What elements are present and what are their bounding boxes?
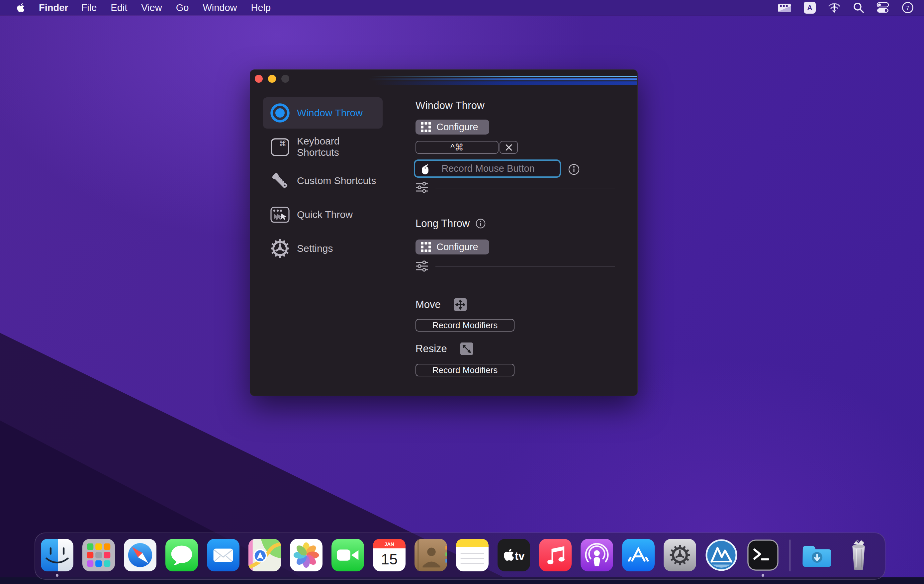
dock-icon-mail[interactable] [207, 539, 239, 571]
dock-icon-calendar[interactable]: JAN15 [373, 539, 406, 571]
dock-icon-downloads[interactable] [801, 539, 833, 571]
svg-text:7: 7 [906, 5, 909, 11]
grid-icon [421, 242, 431, 252]
menu-help[interactable]: Help [244, 2, 278, 13]
long-throw-label: Long Throw [416, 218, 470, 229]
minimize-button[interactable] [268, 75, 276, 83]
configure-label: Configure [436, 122, 478, 132]
sidebar-item-label: Quick Throw [297, 209, 353, 220]
menu-status-icons: A7 [777, 1, 924, 14]
keyboard-shortcuts-icon: ⌘ [269, 136, 290, 157]
zoom-button[interactable] [281, 75, 289, 83]
custom-shortcuts-icon [269, 170, 290, 191]
record-mouse-button-field[interactable]: Record Mouse Button [414, 160, 561, 178]
control-center-icon[interactable] [876, 2, 889, 13]
keyboard-window-icon[interactable] [777, 2, 792, 13]
info-icon-long-throw[interactable] [475, 219, 485, 229]
shortcut-row: ^⌘ [416, 141, 518, 154]
app-window: Window Throw⌘Keyboard ShortcutsCustom Sh… [250, 69, 638, 396]
shortcut-value: ^⌘ [450, 142, 464, 153]
dock-icon-maps[interactable] [248, 539, 281, 571]
spotlight-search-icon[interactable] [853, 2, 864, 13]
menu-edit[interactable]: Edit [104, 2, 134, 13]
dock-icon-appletv[interactable]: tv [498, 539, 530, 571]
apple-logo-icon [16, 3, 25, 13]
clock-icon[interactable]: 7 [901, 1, 914, 14]
dock-icon-photos[interactable] [290, 539, 322, 571]
svg-text:tv: tv [515, 550, 525, 562]
grid-icon [421, 122, 431, 132]
dock-icon-music[interactable] [539, 539, 572, 571]
mouse-icon [421, 163, 430, 175]
sliders-icon[interactable] [416, 182, 428, 194]
sidebar-item-label: Window Throw [297, 107, 363, 119]
window-throw-shortcut-field[interactable]: ^⌘ [416, 141, 498, 154]
configure-label: Configure [436, 241, 478, 252]
record-modifiers-resize-button[interactable]: Record Modifiers [416, 364, 515, 376]
dock-divider [789, 539, 790, 571]
apple-menu[interactable] [12, 3, 30, 13]
x-clear-icon [505, 144, 512, 151]
dock-icon-terminal[interactable] [747, 539, 779, 571]
resize-row: Resize [416, 342, 473, 355]
svg-text:⌘: ⌘ [279, 140, 286, 148]
dock-icon-notes[interactable] [456, 539, 488, 571]
dock-icon-safari[interactable] [124, 539, 157, 571]
dock-icon-appstore[interactable] [622, 539, 655, 571]
dock-icon-trash[interactable] [842, 539, 875, 571]
settings-panel: Window Throw Configure ^⌘ Record Mouse B… [416, 69, 621, 396]
dock-icon-launchpad[interactable] [82, 539, 115, 571]
menu-view[interactable]: View [134, 2, 169, 13]
sidebar: Window Throw⌘Keyboard ShortcutsCustom Sh… [263, 97, 383, 264]
svg-text:JAN: JAN [384, 541, 394, 547]
sidebar-item-label: Custom Shortcuts [297, 175, 376, 186]
dock: JAN15tv [35, 533, 886, 580]
sidebar-item-settings[interactable]: Settings [263, 233, 383, 264]
record-modifiers-label: Record Modifiers [432, 320, 498, 330]
section-title-window-throw: Window Throw [416, 100, 485, 112]
sliders-icon[interactable] [416, 261, 428, 273]
dock-icon-mosaic[interactable] [705, 539, 738, 571]
sidebar-item-keyboard-shortcuts[interactable]: ⌘Keyboard Shortcuts [263, 131, 383, 162]
svg-text:15: 15 [381, 551, 398, 568]
move-icon [454, 298, 467, 311]
menu-go[interactable]: Go [169, 2, 196, 13]
record-modifiers-move-button[interactable]: Record Modifiers [416, 319, 515, 332]
window-throw-icon [269, 102, 290, 124]
window-controls [255, 75, 289, 83]
wifi-alert-icon[interactable] [828, 2, 841, 13]
filter-row-long-throw [416, 261, 615, 273]
sidebar-item-window-throw[interactable]: Window Throw [263, 97, 383, 129]
quick-throw-icon [269, 204, 290, 225]
dock-icon-podcasts[interactable] [581, 539, 613, 571]
svg-text:A: A [807, 4, 812, 12]
resize-icon [460, 343, 473, 355]
dock-icon-messages[interactable] [165, 539, 198, 571]
menu-active-app[interactable]: Finder [33, 2, 74, 13]
configure-window-throw-button[interactable]: Configure [416, 120, 489, 135]
configure-long-throw-button[interactable]: Configure [416, 239, 489, 254]
dock-icon-contacts[interactable] [414, 539, 447, 571]
menu-items: FileEditViewGoWindowHelp [74, 2, 278, 13]
input-source-icon[interactable]: A [804, 2, 816, 13]
sidebar-item-custom-shortcuts[interactable]: Custom Shortcuts [263, 165, 383, 196]
move-row: Move [416, 298, 467, 311]
sidebar-item-label: Settings [297, 243, 333, 254]
menu-window[interactable]: Window [196, 2, 244, 13]
record-modifiers-label: Record Modifiers [432, 365, 498, 375]
close-button[interactable] [255, 75, 263, 83]
info-icon-record-mouse[interactable] [568, 164, 579, 175]
dock-icon-systempreferences[interactable] [663, 539, 696, 571]
settings-icon [269, 238, 290, 259]
menu-bar: Finder FileEditViewGoWindowHelp A7 [0, 0, 924, 15]
record-mouse-placeholder: Record Mouse Button [430, 163, 546, 174]
sidebar-item-label: Keyboard Shortcuts [297, 135, 383, 158]
resize-label: Resize [416, 343, 447, 355]
sidebar-item-quick-throw[interactable]: Quick Throw [263, 199, 383, 230]
clear-shortcut-button[interactable] [500, 141, 518, 154]
section-title-long-throw: Long Throw [416, 218, 485, 229]
menu-file[interactable]: File [74, 2, 104, 13]
dock-icon-finder[interactable] [41, 539, 73, 571]
dock-icon-facetime[interactable] [332, 539, 364, 571]
section-divider [436, 188, 615, 188]
